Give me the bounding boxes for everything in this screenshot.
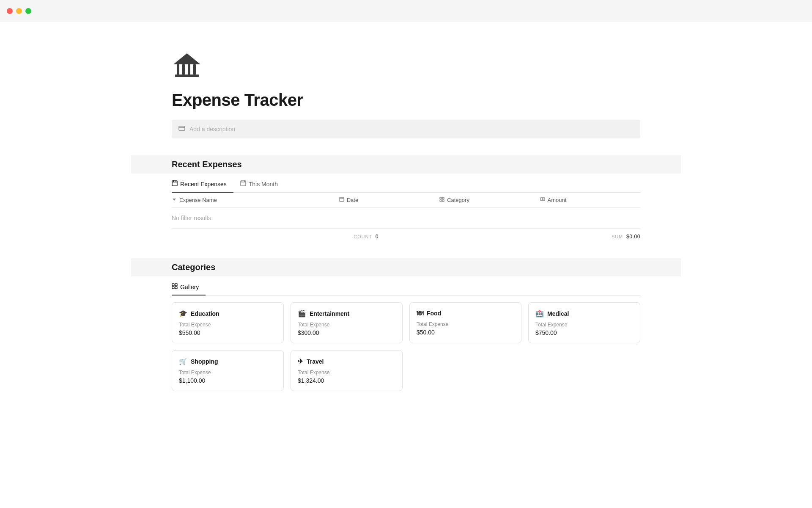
card-education-label: Total Expense — [179, 322, 277, 328]
card-shopping[interactable]: 🛒 Shopping Total Expense $1,100.00 — [172, 350, 284, 391]
card-shopping-label: Total Expense — [179, 370, 277, 375]
recent-expenses-title: Recent Expenses — [172, 160, 640, 169]
card-travel[interactable]: ✈ Travel Total Expense $1,324.00 — [291, 350, 403, 391]
footer-count: COUNT 0 — [172, 234, 392, 240]
categories-section: Categories Gallery 🎓 — [172, 258, 640, 418]
gallery-tab-label: Gallery — [180, 284, 199, 290]
medical-icon: 🏥 — [535, 309, 544, 318]
shopping-icon: 🛒 — [179, 357, 187, 365]
content-area: Expense Tracker Add a description Recent… — [131, 0, 681, 418]
card-medical-title-row: 🏥 Medical — [535, 309, 633, 318]
card-education[interactable]: 🎓 Education Total Expense $550.00 — [172, 302, 284, 343]
date-col-icon — [339, 197, 344, 203]
card-shopping-name: Shopping — [191, 358, 218, 365]
svg-rect-19 — [440, 197, 442, 199]
svg-rect-13 — [241, 181, 246, 186]
footer-sum: SUM $0.00 — [392, 234, 640, 240]
category-col-icon — [439, 197, 444, 203]
expenses-tabs: Recent Expenses This Month — [172, 174, 640, 193]
categories-header: Categories — [131, 258, 681, 276]
description-bar[interactable]: Add a description — [172, 120, 640, 138]
col-header-name[interactable]: Expense Name — [172, 197, 339, 203]
gallery-grid-bottom: 🛒 Shopping Total Expense $1,100.00 ✈ Tra… — [172, 350, 640, 418]
tab-gallery[interactable]: Gallery — [172, 280, 206, 295]
tab-month-label: This Month — [249, 181, 278, 188]
card-education-value: $550.00 — [179, 329, 277, 336]
col-category-label: Category — [447, 197, 469, 203]
card-entertainment-title-row: 🎬 Entertainment — [298, 309, 395, 318]
no-results-text: No filter results. — [172, 215, 213, 221]
svg-rect-12 — [176, 180, 176, 182]
description-icon — [178, 125, 185, 133]
card-medical-name: Medical — [547, 310, 569, 317]
minimize-button[interactable] — [16, 8, 22, 14]
tab-recent-expenses[interactable]: Recent Expenses — [172, 177, 233, 193]
col-name-label: Expense Name — [179, 197, 217, 203]
recent-expenses-header: Recent Expenses — [131, 155, 681, 174]
travel-icon: ✈ — [298, 357, 303, 365]
page-icon — [172, 49, 640, 84]
no-results-message: No filter results. — [172, 208, 640, 229]
description-placeholder: Add a description — [189, 126, 235, 133]
svg-rect-26 — [175, 284, 177, 286]
categories-title: Categories — [172, 262, 640, 272]
svg-rect-1 — [177, 64, 179, 75]
card-food-title-row: 🍽 Food — [417, 309, 514, 317]
card-food-label: Total Expense — [417, 321, 514, 327]
svg-rect-23 — [540, 198, 545, 201]
card-food-value: $50.00 — [417, 329, 514, 336]
svg-rect-15 — [241, 180, 242, 182]
card-education-title-row: 🎓 Education — [179, 309, 277, 318]
svg-rect-22 — [442, 200, 444, 202]
svg-rect-28 — [175, 287, 177, 289]
categories-tabs: Gallery — [172, 276, 640, 295]
card-shopping-value: $1,100.00 — [179, 377, 277, 384]
svg-rect-6 — [176, 62, 198, 64]
svg-rect-27 — [172, 287, 174, 289]
card-travel-label: Total Expense — [298, 370, 395, 375]
col-header-date[interactable]: Date — [339, 197, 439, 203]
svg-rect-20 — [442, 197, 444, 199]
card-medical[interactable]: 🏥 Medical Total Expense $750.00 — [528, 302, 640, 343]
count-label: COUNT — [354, 234, 372, 239]
count-value: 0 — [376, 234, 379, 240]
svg-point-24 — [542, 199, 543, 200]
sum-value: $0.00 — [626, 234, 640, 240]
tab-this-month[interactable]: This Month — [240, 177, 285, 193]
entertainment-icon: 🎬 — [298, 309, 306, 318]
card-medical-value: $750.00 — [535, 329, 633, 336]
card-shopping-title-row: 🛒 Shopping — [179, 357, 277, 365]
svg-rect-4 — [193, 64, 196, 75]
card-entertainment-value: $300.00 — [298, 329, 395, 336]
svg-rect-2 — [182, 64, 185, 75]
table-header: Expense Name Date Category — [172, 193, 640, 208]
card-travel-title-row: ✈ Travel — [298, 357, 395, 365]
gallery-grid-top: 🎓 Education Total Expense $550.00 🎬 Ente… — [172, 302, 640, 343]
gallery-tab-icon — [172, 283, 178, 290]
amount-col-icon — [540, 197, 545, 203]
tab-recent-icon — [172, 180, 178, 188]
maximize-button[interactable] — [25, 8, 31, 14]
card-entertainment[interactable]: 🎬 Entertainment Total Expense $300.00 — [291, 302, 403, 343]
svg-rect-9 — [172, 181, 177, 186]
svg-rect-21 — [440, 200, 442, 202]
col-date-label: Date — [347, 197, 358, 203]
table-footer: COUNT 0 SUM $0.00 — [172, 229, 640, 245]
svg-rect-16 — [244, 180, 245, 182]
card-food[interactable]: 🍽 Food Total Expense $50.00 — [409, 302, 521, 343]
svg-rect-7 — [179, 126, 185, 130]
card-medical-label: Total Expense — [535, 322, 633, 328]
card-food-name: Food — [427, 310, 441, 317]
col-header-amount[interactable]: Amount — [540, 197, 640, 203]
education-icon: 🎓 — [179, 309, 187, 318]
food-icon: 🍽 — [417, 309, 423, 317]
card-education-name: Education — [191, 310, 219, 317]
svg-rect-25 — [172, 284, 174, 286]
card-entertainment-name: Entertainment — [310, 310, 349, 317]
sort-down-icon — [172, 197, 177, 203]
col-amount-label: Amount — [548, 197, 567, 203]
svg-rect-17 — [340, 197, 344, 202]
tab-month-icon — [240, 180, 246, 188]
close-button[interactable] — [7, 8, 13, 14]
col-header-category[interactable]: Category — [439, 197, 540, 203]
